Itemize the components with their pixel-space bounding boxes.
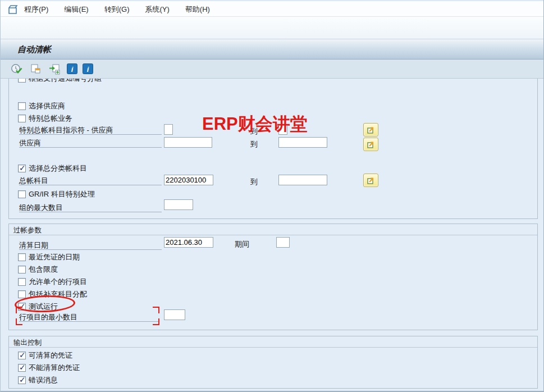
multiple-selection-icon [367, 176, 376, 185]
sap-window: 程序(P) 编辑(E) 转到(G) 系统(Y) 帮助(H) ▼ « [0, 0, 544, 392]
get-variant-icon[interactable] [30, 63, 42, 77]
label-minimum-number-of-line-items: 行项目的最小数目 [19, 311, 158, 322]
input-special-gl-indicator-from[interactable] [164, 124, 173, 135]
svg-text:i: i [87, 65, 89, 74]
red-bracket-annotation [153, 318, 159, 325]
selection-section: 根据支付通知编号分组 选择供应商 特别总帐业务 特别总帐科目指示符 - 供应商 … [8, 79, 538, 219]
input-vendor-to[interactable] [278, 137, 327, 148]
red-bracket-annotation [153, 307, 159, 313]
page-title: 自动清帐 [17, 44, 51, 55]
input-minimum-number-of-line-items[interactable] [164, 309, 185, 320]
red-bracket-annotation [16, 318, 22, 325]
multiple-selection-button-special-gl[interactable] [363, 123, 378, 136]
posting-parameters-section: 过帐参数 清算日期 期间 最近凭证的日期 包含限度 允许单个的行项目 包括补充科… [8, 224, 538, 330]
label-max-number-of-groups: 组的最大数目 [19, 202, 162, 212]
input-gl-account-from[interactable] [164, 175, 213, 185]
posting-parameters-title: 过帐参数 [9, 224, 537, 235]
label-gl-account: 总帐科目 [19, 175, 162, 185]
info-icon-2[interactable]: i [83, 63, 93, 76]
label-to-2: 到 [250, 139, 258, 149]
input-period[interactable] [276, 237, 290, 248]
input-clearing-date[interactable] [164, 237, 213, 248]
title-bar: 自动清帐 [1, 39, 543, 60]
output-control-title: 输出控制 [9, 336, 537, 348]
content-area: 根据支付通知编号分组 选择供应商 特别总帐业务 特别总帐科目指示符 - 供应商 … [1, 79, 543, 392]
label-special-gl-indicator: 特别总帐科目指示符 - 供应商 [19, 124, 162, 135]
standard-toolbar: ▼ « [1, 17, 543, 39]
system-menu-icon[interactable] [7, 4, 19, 17]
checkbox-permit-individual-line-items[interactable]: 允许单个的行项目 [18, 277, 87, 287]
checkbox-group-by-payment-advice[interactable]: 根据支付通知编号分组 [18, 79, 102, 84]
info-icon[interactable]: i [67, 63, 77, 76]
label-to-3: 到 [250, 177, 258, 187]
label-clearing-date: 清算日期 [19, 239, 162, 250]
multiple-selection-button-gl-account[interactable] [363, 174, 378, 187]
menu-program[interactable]: 程序(P) [21, 3, 52, 16]
label-period: 期间 [235, 239, 249, 249]
checkbox-grir-special-processing[interactable]: GR/IR 科目特别处理 [18, 189, 95, 199]
checkbox-special-gl-transactions[interactable]: 特别总帐业务 [18, 113, 72, 124]
menu-goto[interactable]: 转到(G) [101, 3, 133, 16]
multiple-selection-button-vendor[interactable] [363, 138, 378, 151]
menu-edit[interactable]: 编辑(E) [61, 3, 92, 16]
checkbox-error-messages[interactable]: 错误消息 [18, 375, 58, 385]
checkbox-select-vendors[interactable]: 选择供应商 [18, 101, 65, 111]
execute-icon[interactable] [11, 63, 23, 77]
menu-help[interactable]: 帮助(H) [182, 3, 213, 16]
checkbox-date-of-most-recent-doc[interactable]: 最近凭证的日期 [18, 252, 80, 262]
multiple-selection-icon [367, 125, 376, 134]
checkbox-include-tolerances[interactable]: 包含限度 [18, 265, 58, 275]
multiple-selection-icon [367, 140, 376, 149]
label-vendor: 供应商 [19, 137, 162, 148]
svg-text:i: i [71, 65, 74, 74]
checkbox-select-gl-accounts[interactable]: 选择总分类帐科目 [18, 163, 87, 174]
menu-system[interactable]: 系统(Y) [141, 3, 172, 16]
watermark-text: ERP财会讲堂 [202, 112, 308, 136]
dynamic-selections-icon[interactable] [49, 63, 61, 77]
application-toolbar: i i [1, 60, 543, 79]
menu-bar: 程序(P) 编辑(E) 转到(G) 系统(Y) 帮助(H) [1, 0, 543, 17]
red-bracket-annotation [16, 307, 22, 313]
checkbox-documents-that-cannot-be-cleared[interactable]: 不能清算的凭证 [18, 363, 80, 373]
checkbox-documents-that-can-be-cleared[interactable]: 可清算的凭证 [18, 350, 72, 361]
output-control-section: 输出控制 可清算的凭证 不能清算的凭证 错误消息 [8, 336, 538, 389]
input-vendor-from[interactable] [164, 137, 212, 148]
input-gl-account-to[interactable] [278, 175, 327, 185]
input-max-number-of-groups[interactable] [164, 199, 193, 210]
